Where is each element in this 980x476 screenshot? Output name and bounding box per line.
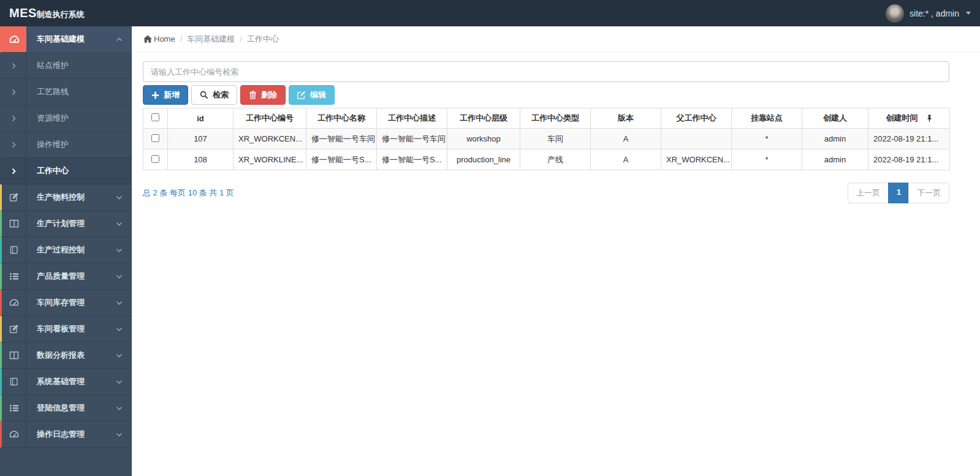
next-page-button[interactable]: 下一页: [908, 183, 949, 203]
sidebar-item-label: 数据分析报表: [26, 350, 116, 361]
table-row[interactable]: 108 XR_WORKLINE... 修一智能一号S... 修一智能一号S...…: [143, 149, 950, 170]
add-button[interactable]: 新增: [143, 85, 188, 105]
column-header-creator[interactable]: 创建人: [802, 108, 868, 129]
trash-icon: [249, 91, 257, 99]
sidebar-subitem-label: 资源维护: [26, 113, 132, 124]
chevron-right-icon: [2, 79, 26, 105]
sidebar-item-inventory-management[interactable]: 车间库存管理: [0, 290, 132, 316]
sidebar-item-label: 操作日志管理: [26, 429, 116, 440]
chevron-right-icon: [2, 105, 26, 131]
cell-version: A: [591, 149, 661, 170]
cell-description: 修一智能一号车间: [377, 129, 447, 149]
column-header-id[interactable]: id: [168, 108, 234, 129]
edit-button[interactable]: 编辑: [289, 85, 335, 105]
column-header-version[interactable]: 版本: [591, 108, 661, 129]
table-row[interactable]: 107 XR_WORKCEN... 修一智能一号车间 修一智能一号车间 work…: [143, 129, 950, 149]
row-checkbox[interactable]: [151, 134, 159, 142]
sidebar-item-kanban-management[interactable]: 车间看板管理: [0, 316, 132, 342]
user-label: site:* , admin: [910, 9, 959, 18]
dashboard-icon: [2, 26, 26, 52]
cell-name: 修一智能一号S...: [306, 149, 377, 170]
column-header-type[interactable]: 工作中心类型: [520, 108, 591, 129]
app-logo: MES 制造执行系统: [9, 6, 85, 20]
page-1-button[interactable]: 1: [888, 183, 909, 203]
cell-site: *: [732, 149, 802, 170]
sidebar-subitem-resource-maintenance[interactable]: 资源维护: [0, 105, 132, 132]
cell-parent: XR_WORKCEN...: [661, 149, 732, 170]
sidebar-subitem-process-route[interactable]: 工艺路线: [0, 79, 132, 105]
search-input[interactable]: [143, 61, 949, 82]
sidebar-item-login-info-management[interactable]: 登陆信息管理: [0, 395, 132, 421]
column-header-site[interactable]: 挂靠站点: [732, 108, 802, 129]
column-header-description[interactable]: 工作中心描述: [377, 108, 447, 129]
sidebar-item-analytics-reports[interactable]: 数据分析报表: [0, 342, 132, 369]
sidebar-subitem-operation-maintenance[interactable]: 操作维护: [0, 132, 132, 158]
sidebar-subitem-site-maintenance[interactable]: 站点维护: [0, 53, 132, 79]
caret-down-icon: [966, 12, 971, 15]
cell-description: 修一智能一号S...: [377, 149, 447, 170]
cell-created-time: 2022-08-19 21:1...: [868, 129, 950, 149]
top-navbar: MES 制造执行系统 site:* , admin: [0, 0, 980, 26]
chevron-down-icon: [116, 301, 123, 305]
chevron-down-icon: [116, 274, 123, 279]
sidebar-item-label: 车间库存管理: [26, 297, 116, 308]
edit-icon: [2, 184, 26, 210]
sidebar-item-label: 生产物料控制: [26, 192, 116, 203]
breadcrumb-level1[interactable]: 车间基础建模: [187, 34, 235, 45]
prev-page-button[interactable]: 上一页: [848, 183, 889, 203]
sidebar-subitem-label: 工作中心: [26, 165, 132, 176]
cell-code: XR_WORKLINE...: [234, 149, 306, 170]
pin-icon[interactable]: [927, 115, 932, 123]
chevron-right-icon: [2, 132, 26, 157]
sidebar-subitem-work-center[interactable]: 工作中心: [0, 158, 132, 184]
cell-code: XR_WORKCEN...: [234, 129, 306, 149]
breadcrumb-current: 工作中心: [247, 34, 279, 45]
breadcrumb: Home / 车间基础建模 / 工作中心: [132, 26, 980, 52]
sidebar-item-label: 系统基础管理: [26, 376, 116, 387]
dashboard-icon: [2, 290, 26, 315]
sidebar-item-material-control[interactable]: 生产物料控制: [0, 184, 132, 211]
cell-type: 产线: [520, 149, 591, 170]
sidebar-item-process-control[interactable]: 生产过程控制: [0, 237, 132, 263]
book-icon: [2, 237, 26, 263]
cell-level: production_line: [447, 149, 520, 170]
select-all-checkbox[interactable]: [151, 113, 159, 121]
avatar: [886, 4, 904, 23]
column-header-parent[interactable]: 父工作中心: [661, 108, 732, 129]
column-header-created-time[interactable]: 创建时间: [868, 108, 950, 129]
select-all-cell: [143, 108, 168, 129]
column-header-name[interactable]: 工作中心名称: [306, 108, 377, 129]
sidebar-item-label: 产品质量管理: [26, 271, 116, 282]
cell-creator: admin: [802, 129, 868, 149]
column-header-level[interactable]: 工作中心层级: [447, 108, 520, 129]
row-checkbox[interactable]: [151, 155, 159, 163]
sidebar-item-plan-management[interactable]: 生产计划管理: [0, 211, 132, 237]
sidebar-item-workshop-modeling[interactable]: 车间基础建模: [0, 26, 132, 53]
sidebar-subitem-label: 站点维护: [26, 60, 132, 71]
sidebar-item-quality-management[interactable]: 产品质量管理: [0, 263, 132, 290]
user-menu[interactable]: site:* , admin: [886, 4, 971, 23]
delete-button[interactable]: 删除: [240, 85, 286, 105]
cell-creator: admin: [802, 149, 868, 170]
chevron-right-icon: [2, 53, 26, 78]
work-center-table: id 工作中心编号 工作中心名称 工作中心描述 工作中心层级 工作中心类型 版本…: [143, 108, 950, 170]
columns-icon: [2, 342, 26, 368]
app-logo-secondary: 制造执行系统: [37, 9, 85, 20]
cell-created-time: 2022-08-19 21:1...: [868, 149, 950, 170]
sidebar-subitem-label: 工艺路线: [26, 86, 132, 97]
chevron-down-icon: [116, 353, 123, 358]
chevron-down-icon: [116, 406, 123, 410]
breadcrumb-home-link[interactable]: Home: [143, 34, 175, 43]
chevron-right-icon: [2, 158, 26, 184]
cell-level: workshop: [447, 129, 520, 149]
home-icon: [143, 35, 152, 43]
sidebar-item-operation-log-management[interactable]: 操作日志管理: [0, 421, 132, 448]
sidebar-item-system-management[interactable]: 系统基础管理: [0, 369, 132, 395]
book-icon: [2, 369, 26, 395]
chevron-down-icon: [116, 195, 123, 200]
cell-site: *: [732, 129, 802, 149]
query-button[interactable]: 检索: [191, 85, 237, 105]
list-icon: [2, 263, 26, 289]
sidebar: 车间基础建模 站点维护 工艺路线 资源维护: [0, 26, 132, 476]
column-header-code[interactable]: 工作中心编号: [234, 108, 306, 129]
